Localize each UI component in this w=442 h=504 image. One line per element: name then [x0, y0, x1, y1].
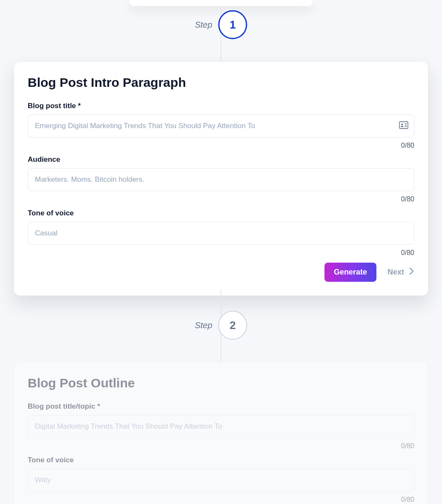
next-button[interactable]: Next — [387, 267, 414, 278]
field-label-title: Blog post title * — [28, 102, 414, 110]
actions-row: Generate Next — [28, 263, 414, 282]
step-indicator-2: Step 2 — [195, 311, 247, 340]
step-number: 2 — [230, 319, 235, 332]
field-label-audience: Audience — [28, 155, 414, 164]
card-blog-post-outline: Blog Post Outline Blog post title/topic … — [14, 362, 428, 504]
next-button-label: Next — [387, 268, 404, 277]
audience-input[interactable] — [28, 168, 414, 191]
char-counter-tone: 0/80 — [28, 249, 414, 257]
char-counter-audience: 0/80 — [28, 195, 414, 203]
step-number: 1 — [230, 18, 235, 32]
field-group-audience: Audience 0/80 — [28, 155, 414, 203]
field-group-tone: Tone of voice 0/80 — [28, 456, 414, 504]
char-counter-title: 0/80 — [28, 142, 414, 149]
card-title: Blog Post Intro Paragraph — [28, 75, 414, 90]
tone-input-2[interactable] — [28, 469, 414, 492]
char-counter-title: 0/80 — [28, 442, 414, 450]
generate-button[interactable]: Generate — [324, 263, 376, 282]
id-card-icon — [399, 121, 408, 131]
blog-post-title-input[interactable] — [28, 115, 414, 137]
field-label-tone: Tone of voice — [28, 456, 414, 464]
step-circle-2[interactable]: 2 — [218, 311, 247, 340]
previous-step-card-edge — [129, 0, 313, 6]
card-title: Blog Post Outline — [28, 376, 414, 390]
step-label: Step — [195, 20, 212, 30]
step-indicator-1: Step 1 — [195, 10, 247, 39]
field-group-tone: Tone of voice 0/80 — [28, 209, 414, 257]
field-group-title: Blog post title * 0/80 — [28, 102, 414, 149]
blog-post-topic-input[interactable] — [28, 415, 414, 438]
step-circle-1[interactable]: 1 — [218, 10, 247, 39]
field-label-title: Blog post title/topic * — [28, 402, 414, 411]
char-counter-tone: 0/80 — [28, 496, 414, 504]
field-group-title: Blog post title/topic * 0/80 — [28, 402, 414, 450]
tone-input[interactable] — [28, 222, 414, 245]
svg-point-1 — [401, 123, 403, 125]
step-label: Step — [195, 321, 212, 330]
field-label-tone: Tone of voice — [28, 209, 414, 218]
chevron-right-icon — [409, 267, 414, 278]
card-blog-post-intro: Blog Post Intro Paragraph Blog post titl… — [14, 61, 428, 296]
